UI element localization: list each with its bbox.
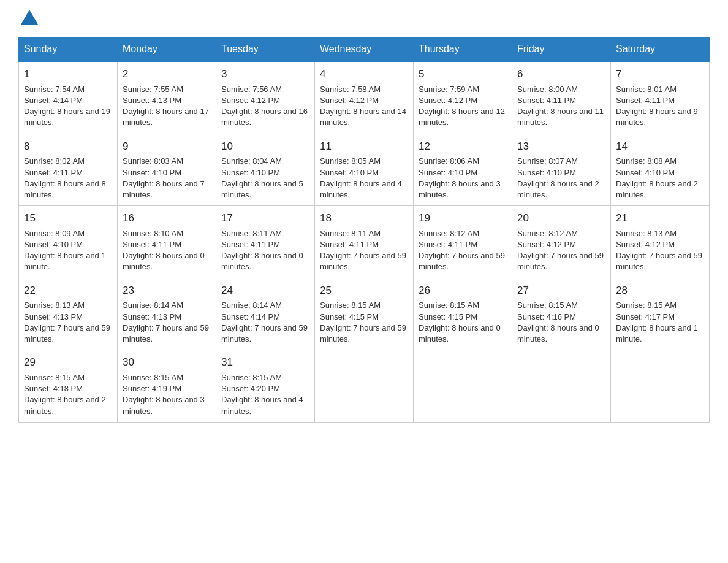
day-info: Sunrise: 7:58 AMSunset: 4:12 PMDaylight:… <box>320 85 406 128</box>
day-number: 5 <box>419 67 507 82</box>
calendar-cell: 10 Sunrise: 8:04 AMSunset: 4:10 PMDaylig… <box>216 134 315 206</box>
day-info: Sunrise: 8:02 AMSunset: 4:11 PMDaylight:… <box>24 156 106 199</box>
calendar-cell: 22 Sunrise: 8:13 AMSunset: 4:13 PMDaylig… <box>19 278 118 350</box>
day-info: Sunrise: 8:06 AMSunset: 4:10 PMDaylight:… <box>419 156 501 199</box>
logo <box>18 12 38 25</box>
calendar-cell: 23 Sunrise: 8:14 AMSunset: 4:13 PMDaylig… <box>118 278 216 350</box>
day-info: Sunrise: 8:03 AMSunset: 4:10 PMDaylight:… <box>123 156 205 199</box>
day-number: 27 <box>517 283 605 298</box>
calendar-cell <box>611 350 710 423</box>
day-info: Sunrise: 8:15 AMSunset: 4:19 PMDaylight:… <box>123 373 205 416</box>
day-number: 18 <box>320 211 408 226</box>
calendar-week-row: 1 Sunrise: 7:54 AMSunset: 4:14 PMDayligh… <box>19 61 710 134</box>
day-number: 4 <box>320 67 408 82</box>
calendar-cell: 21 Sunrise: 8:13 AMSunset: 4:12 PMDaylig… <box>611 206 710 278</box>
day-info: Sunrise: 7:56 AMSunset: 4:12 PMDaylight:… <box>221 85 308 128</box>
calendar-table: Sunday Monday Tuesday Wednesday Thursday… <box>18 37 710 423</box>
day-info: Sunrise: 8:13 AMSunset: 4:13 PMDaylight:… <box>24 301 110 343</box>
day-number: 21 <box>616 211 704 226</box>
calendar-cell: 19 Sunrise: 8:12 AMSunset: 4:11 PMDaylig… <box>414 206 512 278</box>
calendar-cell: 18 Sunrise: 8:11 AMSunset: 4:11 PMDaylig… <box>315 206 414 278</box>
calendar-cell: 16 Sunrise: 8:10 AMSunset: 4:11 PMDaylig… <box>118 206 216 278</box>
day-info: Sunrise: 8:15 AMSunset: 4:18 PMDaylight:… <box>24 373 106 416</box>
day-number: 20 <box>517 211 605 226</box>
calendar-cell: 31 Sunrise: 8:15 AMSunset: 4:20 PMDaylig… <box>216 350 315 423</box>
day-info: Sunrise: 7:55 AMSunset: 4:13 PMDaylight:… <box>123 85 209 128</box>
calendar-cell: 29 Sunrise: 8:15 AMSunset: 4:18 PMDaylig… <box>19 350 118 423</box>
calendar-cell: 9 Sunrise: 8:03 AMSunset: 4:10 PMDayligh… <box>118 134 216 206</box>
day-info: Sunrise: 8:15 AMSunset: 4:17 PMDaylight:… <box>616 301 698 343</box>
day-number: 7 <box>616 67 704 82</box>
calendar-cell: 30 Sunrise: 8:15 AMSunset: 4:19 PMDaylig… <box>118 350 216 423</box>
day-number: 10 <box>221 139 309 154</box>
day-number: 24 <box>221 283 309 298</box>
day-number: 14 <box>616 139 704 154</box>
calendar-cell: 24 Sunrise: 8:14 AMSunset: 4:14 PMDaylig… <box>216 278 315 350</box>
header-sunday: Sunday <box>19 37 118 62</box>
logo-triangle-icon <box>21 10 38 25</box>
header-row: Sunday Monday Tuesday Wednesday Thursday… <box>19 37 710 62</box>
day-number: 6 <box>517 67 605 82</box>
calendar-body: 1 Sunrise: 7:54 AMSunset: 4:14 PMDayligh… <box>19 61 710 422</box>
day-info: Sunrise: 8:12 AMSunset: 4:11 PMDaylight:… <box>419 229 505 272</box>
day-number: 22 <box>24 283 112 298</box>
page-header <box>18 12 710 25</box>
calendar-cell: 28 Sunrise: 8:15 AMSunset: 4:17 PMDaylig… <box>611 278 710 350</box>
day-number: 17 <box>221 211 309 226</box>
day-number: 3 <box>221 67 309 82</box>
calendar-cell: 26 Sunrise: 8:15 AMSunset: 4:15 PMDaylig… <box>414 278 512 350</box>
day-info: Sunrise: 8:08 AMSunset: 4:10 PMDaylight:… <box>616 156 698 199</box>
calendar-cell: 15 Sunrise: 8:09 AMSunset: 4:10 PMDaylig… <box>19 206 118 278</box>
day-number: 2 <box>123 67 211 82</box>
header-thursday: Thursday <box>414 37 512 62</box>
day-number: 23 <box>123 283 211 298</box>
day-info: Sunrise: 8:15 AMSunset: 4:15 PMDaylight:… <box>419 301 501 343</box>
day-number: 31 <box>221 355 309 370</box>
day-number: 11 <box>320 139 408 154</box>
header-wednesday: Wednesday <box>315 37 414 62</box>
calendar-cell: 20 Sunrise: 8:12 AMSunset: 4:12 PMDaylig… <box>512 206 611 278</box>
calendar-cell: 3 Sunrise: 7:56 AMSunset: 4:12 PMDayligh… <box>216 61 315 134</box>
day-number: 16 <box>123 211 211 226</box>
day-info: Sunrise: 8:15 AMSunset: 4:15 PMDaylight:… <box>320 301 406 343</box>
header-friday: Friday <box>512 37 611 62</box>
calendar-cell: 17 Sunrise: 8:11 AMSunset: 4:11 PMDaylig… <box>216 206 315 278</box>
day-info: Sunrise: 8:14 AMSunset: 4:14 PMDaylight:… <box>221 301 308 343</box>
day-number: 19 <box>419 211 507 226</box>
day-info: Sunrise: 8:15 AMSunset: 4:16 PMDaylight:… <box>517 301 599 343</box>
day-info: Sunrise: 8:15 AMSunset: 4:20 PMDaylight:… <box>221 373 303 416</box>
calendar-cell: 1 Sunrise: 7:54 AMSunset: 4:14 PMDayligh… <box>19 61 118 134</box>
day-info: Sunrise: 8:01 AMSunset: 4:11 PMDaylight:… <box>616 85 698 128</box>
day-number: 12 <box>419 139 507 154</box>
calendar-cell: 27 Sunrise: 8:15 AMSunset: 4:16 PMDaylig… <box>512 278 611 350</box>
calendar-cell: 11 Sunrise: 8:05 AMSunset: 4:10 PMDaylig… <box>315 134 414 206</box>
calendar-cell: 5 Sunrise: 7:59 AMSunset: 4:12 PMDayligh… <box>414 61 512 134</box>
day-info: Sunrise: 8:13 AMSunset: 4:12 PMDaylight:… <box>616 229 702 272</box>
calendar-cell: 8 Sunrise: 8:02 AMSunset: 4:11 PMDayligh… <box>19 134 118 206</box>
calendar-cell: 7 Sunrise: 8:01 AMSunset: 4:11 PMDayligh… <box>611 61 710 134</box>
calendar-week-row: 15 Sunrise: 8:09 AMSunset: 4:10 PMDaylig… <box>19 206 710 278</box>
day-number: 30 <box>123 355 211 370</box>
calendar-cell: 14 Sunrise: 8:08 AMSunset: 4:10 PMDaylig… <box>611 134 710 206</box>
day-number: 28 <box>616 283 704 298</box>
calendar-header: Sunday Monday Tuesday Wednesday Thursday… <box>19 37 710 62</box>
day-number: 1 <box>24 67 112 82</box>
day-info: Sunrise: 8:05 AMSunset: 4:10 PMDaylight:… <box>320 156 402 199</box>
calendar-cell: 2 Sunrise: 7:55 AMSunset: 4:13 PMDayligh… <box>118 61 216 134</box>
calendar-cell <box>414 350 512 423</box>
calendar-cell: 13 Sunrise: 8:07 AMSunset: 4:10 PMDaylig… <box>512 134 611 206</box>
day-info: Sunrise: 7:54 AMSunset: 4:14 PMDaylight:… <box>24 85 110 128</box>
day-number: 25 <box>320 283 408 298</box>
day-info: Sunrise: 8:12 AMSunset: 4:12 PMDaylight:… <box>517 229 604 272</box>
day-number: 13 <box>517 139 605 154</box>
calendar-cell <box>512 350 611 423</box>
calendar-cell: 25 Sunrise: 8:15 AMSunset: 4:15 PMDaylig… <box>315 278 414 350</box>
day-info: Sunrise: 8:09 AMSunset: 4:10 PMDaylight:… <box>24 229 106 272</box>
header-monday: Monday <box>118 37 216 62</box>
calendar-cell <box>315 350 414 423</box>
header-tuesday: Tuesday <box>216 37 315 62</box>
calendar-cell: 12 Sunrise: 8:06 AMSunset: 4:10 PMDaylig… <box>414 134 512 206</box>
day-number: 26 <box>419 283 507 298</box>
day-number: 29 <box>24 355 112 370</box>
calendar-week-row: 29 Sunrise: 8:15 AMSunset: 4:18 PMDaylig… <box>19 350 710 423</box>
